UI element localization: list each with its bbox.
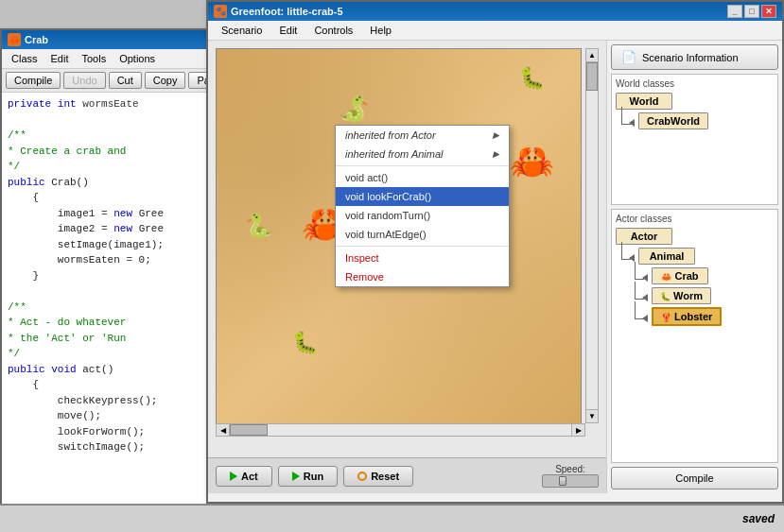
actor-class-box[interactable]: Actor bbox=[616, 228, 672, 245]
actor-classes-title: Actor classes bbox=[616, 214, 774, 224]
cut-button[interactable]: Cut bbox=[109, 72, 142, 89]
world-class-box[interactable]: World bbox=[616, 93, 672, 110]
animal-line-h bbox=[621, 259, 631, 260]
maximize-button[interactable]: □ bbox=[744, 5, 759, 18]
worm-sprite-4: 🐛 bbox=[292, 333, 318, 353]
actor-class-node: Actor bbox=[616, 228, 774, 245]
worm-arrow-head bbox=[642, 294, 648, 301]
world-class-node: World bbox=[616, 93, 774, 110]
crab-menu-tools[interactable]: Tools bbox=[76, 51, 112, 66]
lobster-line-h bbox=[635, 318, 644, 319]
crab-menubar: Class Edit Tools Options bbox=[2, 49, 211, 69]
copy-button[interactable]: Copy bbox=[145, 72, 186, 89]
hierarchy-line-v bbox=[621, 107, 622, 124]
lobster-class-icon: 🦞 bbox=[661, 313, 671, 322]
gf-compile-button[interactable]: Compile bbox=[611, 467, 778, 489]
close-button[interactable]: ✕ bbox=[761, 5, 776, 18]
gf-menu-controls[interactable]: Controls bbox=[306, 23, 360, 38]
crab-line-v bbox=[635, 262, 636, 279]
run-button[interactable]: Run bbox=[278, 466, 338, 487]
worm-sprite-1: 🐍 bbox=[340, 96, 370, 121]
ctx-divider-1 bbox=[336, 165, 509, 166]
minimize-button[interactable]: _ bbox=[727, 5, 742, 18]
greenfoot-menubar: Scenario Edit Controls Help bbox=[208, 21, 782, 41]
reset-icon bbox=[357, 472, 367, 481]
compile-button[interactable]: Compile bbox=[6, 72, 61, 89]
crab-window-title: Crab bbox=[25, 34, 48, 45]
worm-line-h bbox=[635, 299, 644, 300]
greenfoot-window-title: Greenfoot: little-crab-5 bbox=[231, 6, 343, 17]
animal-line-v bbox=[621, 242, 622, 259]
world-vscrollbar[interactable]: ▲ ▼ bbox=[585, 48, 599, 423]
act-button[interactable]: Act bbox=[216, 466, 272, 487]
ctx-divider-2 bbox=[336, 246, 509, 247]
ctx-void-act[interactable]: void act() bbox=[336, 168, 509, 187]
lobster-line-v bbox=[635, 301, 636, 318]
greenfoot-content: 🐍 🐛 🐍 🐛 🐛 🦀 🦀 🦀 inherited from Actor ▶ bbox=[208, 41, 782, 493]
controls-bar: Act Run Reset Speed: bbox=[208, 457, 606, 493]
world-classes-title: World classes bbox=[616, 78, 774, 89]
vscroll-down-arrow[interactable]: ▼ bbox=[586, 409, 598, 422]
act-icon bbox=[230, 472, 237, 481]
vscroll-thumb[interactable] bbox=[586, 62, 598, 91]
crab-menu-options[interactable]: Options bbox=[113, 51, 161, 66]
speed-slider[interactable] bbox=[542, 474, 599, 488]
world-classes-section: World classes World CrabWorld bbox=[611, 74, 778, 205]
greenfoot-titlebar-left: 🐾 Greenfoot: little-crab-5 bbox=[214, 5, 343, 18]
crab-toolbar: Compile Undo Cut Copy Pas... bbox=[2, 69, 211, 93]
world-hscrollbar[interactable]: ◀ ▶ bbox=[216, 423, 585, 437]
hierarchy-line-h bbox=[621, 124, 631, 125]
crab-line-h bbox=[635, 279, 644, 280]
hscroll-right-arrow[interactable]: ▶ bbox=[571, 424, 584, 436]
world-area: 🐍 🐛 🐍 🐛 🐛 🦀 🦀 🦀 inherited from Actor ▶ bbox=[208, 41, 607, 493]
ctx-void-lookforcrab[interactable]: void lookForCrab() bbox=[336, 187, 509, 206]
context-menu: inherited from Actor ▶ inherited from An… bbox=[335, 125, 510, 287]
vscroll-up-arrow[interactable]: ▲ bbox=[586, 49, 598, 62]
undo-button[interactable]: Undo bbox=[63, 72, 105, 89]
crabworld-class-node: CrabWorld bbox=[616, 112, 774, 129]
code-editor[interactable]: private int wormsEate /** * Create a cra… bbox=[2, 93, 211, 507]
crab-titlebar: 🦀 Crab bbox=[2, 30, 211, 49]
hscroll-left-arrow[interactable]: ◀ bbox=[217, 424, 230, 436]
ctx-void-randomturn[interactable]: void randomTurn() bbox=[336, 206, 509, 225]
worm-line-v bbox=[635, 282, 636, 299]
animal-arrow-head bbox=[629, 254, 635, 262]
crab-class-node: 🦀 Crab bbox=[616, 267, 774, 284]
ctx-remove[interactable]: Remove bbox=[336, 267, 509, 286]
greenfoot-window-icon: 🐾 bbox=[214, 5, 227, 18]
animal-class-node: Animal bbox=[616, 248, 774, 265]
ctx-inherited-animal[interactable]: inherited from Animal ▶ bbox=[336, 145, 509, 163]
worm-class-box[interactable]: 🐛 Worm bbox=[652, 287, 711, 304]
greenfoot-titlebar: 🐾 Greenfoot: little-crab-5 _ □ ✕ bbox=[208, 2, 782, 21]
crab-arrow-head bbox=[642, 274, 648, 282]
gf-menu-help[interactable]: Help bbox=[362, 23, 399, 38]
world-canvas[interactable]: 🐍 🐛 🐍 🐛 🐛 🦀 🦀 🦀 inherited from Actor ▶ bbox=[216, 48, 582, 437]
crab-editor-window: 🦀 Crab Class Edit Tools Options Compile … bbox=[0, 28, 213, 532]
actor-classes-section: Actor classes Actor Animal bbox=[611, 209, 778, 463]
document-icon: 📄 bbox=[621, 50, 636, 64]
gf-menu-edit[interactable]: Edit bbox=[271, 23, 305, 38]
animal-class-box[interactable]: Animal bbox=[638, 248, 695, 265]
crabworld-class-box[interactable]: CrabWorld bbox=[638, 112, 708, 129]
gf-menu-scenario[interactable]: Scenario bbox=[214, 23, 270, 38]
crab-window-icon: 🦀 bbox=[8, 33, 21, 46]
actor-class-hierarchy: Actor Animal 🦀 Crab bbox=[616, 228, 774, 326]
world-class-hierarchy: World CrabWorld bbox=[616, 93, 774, 129]
speed-control: Speed: bbox=[542, 464, 599, 488]
ctx-void-turnatedge[interactable]: void turnAtEdge() bbox=[336, 225, 509, 244]
worm-sprite-3: 🐍 bbox=[245, 215, 273, 237]
crab-menu-class[interactable]: Class bbox=[6, 51, 44, 66]
crab-sprite-center[interactable]: 🦀 bbox=[510, 144, 554, 180]
crab-class-box[interactable]: 🦀 Crab bbox=[652, 267, 708, 284]
ctx-inherited-actor[interactable]: inherited from Actor ▶ bbox=[336, 126, 509, 145]
lobster-class-box[interactable]: 🦞 Lobster bbox=[652, 307, 722, 326]
reset-button[interactable]: Reset bbox=[343, 466, 413, 487]
scenario-info-button[interactable]: 📄 Scenario Information bbox=[611, 44, 778, 70]
worm-class-node: 🐛 Worm bbox=[616, 287, 774, 304]
hscroll-thumb[interactable] bbox=[230, 424, 268, 436]
crab-class-icon: 🦀 bbox=[661, 272, 671, 282]
ctx-inspect[interactable]: Inspect bbox=[336, 249, 509, 267]
right-panel: 📄 Scenario Information World classes Wor… bbox=[607, 41, 782, 493]
status-saved: saved bbox=[742, 512, 775, 525]
crab-menu-edit[interactable]: Edit bbox=[45, 51, 75, 66]
